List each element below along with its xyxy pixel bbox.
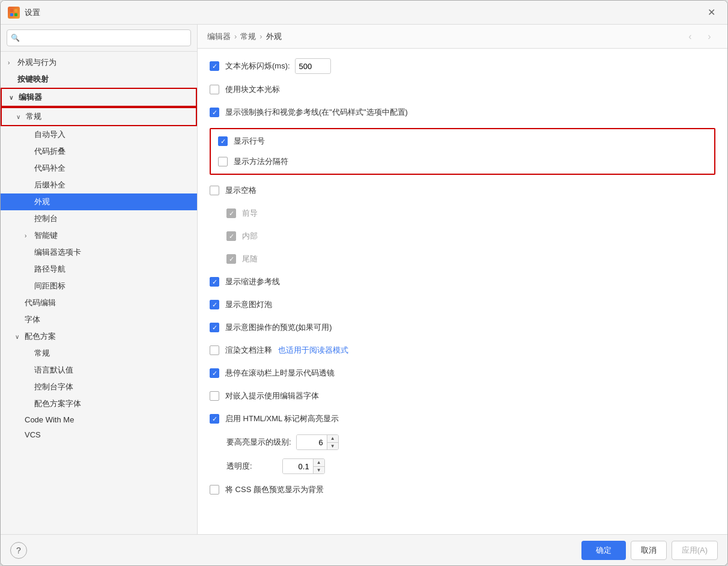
breadcrumb-part3: 外观 [266, 31, 282, 42]
label-code-lens: 悬停在滚动栏上时显示代码透镜 [225, 368, 335, 379]
label-line-numbers: 显示行号 [234, 136, 265, 147]
input-opacity[interactable] [283, 459, 313, 473]
spinbox-up-opacity[interactable]: ▲ [314, 459, 324, 467]
checkbox-block-caret[interactable] [210, 85, 219, 94]
spinbox-down-highlight[interactable]: ▼ [327, 443, 338, 450]
red-outline-section: 显示行号 显示方法分隔符 [210, 128, 715, 175]
sidebar-item-code-with-me[interactable]: Code With Me [1, 412, 197, 427]
sidebar-item-postfix[interactable]: 后缀补全 [1, 177, 197, 193]
sidebar-item-gutter-icons[interactable]: 间距图标 [1, 278, 197, 294]
label-css-color: 将 CSS 颜色预览显示为背景 [225, 484, 324, 495]
apply-button[interactable]: 应用(A) [672, 541, 718, 560]
sidebar-item-label: 编辑器选项卡 [34, 247, 81, 258]
setting-row-opacity: 透明度: ▲ ▼ [210, 458, 715, 474]
label-highlight-level: 要高亮显示的级别: [226, 437, 291, 448]
spinbox-buttons-highlight: ▲ ▼ [327, 435, 338, 449]
search-input[interactable] [7, 29, 191, 46]
label-intention-preview: 显示意图操作的预览(如果可用) [225, 322, 332, 333]
sidebar-item-label: 常规 [26, 111, 41, 122]
spinbox-up-highlight[interactable]: ▲ [327, 435, 338, 443]
checkbox-intention-bulb[interactable] [210, 300, 219, 309]
checkbox-intention-preview[interactable] [210, 323, 219, 332]
setting-row-block-caret: 使用块文本光标 [210, 82, 715, 97]
nav-back-button[interactable]: ‹ [682, 28, 699, 45]
svg-rect-2 [10, 13, 13, 16]
sidebar-item-label: 外观与行为 [17, 57, 56, 68]
spinbox-down-opacity[interactable]: ▼ [314, 467, 324, 474]
sidebar-item-keymap[interactable]: 按键映射 [1, 71, 197, 88]
breadcrumb-part2: 常规 [240, 31, 256, 42]
checkbox-render-doc[interactable] [210, 345, 219, 355]
checkbox-caret-blink[interactable] [210, 61, 219, 71]
label-opacity: 透明度: [226, 461, 252, 472]
arrow-icon: ∨ [9, 94, 15, 101]
checkbox-wrap-guides[interactable] [210, 108, 219, 117]
sidebar-item-label: 间距图标 [34, 281, 65, 291]
setting-row-intention-bulb: 显示意图灯泡 [210, 297, 715, 312]
checkbox-trailing[interactable] [226, 254, 236, 264]
sidebar-item-editor[interactable]: ∨ 编辑器 [1, 88, 197, 107]
cancel-button[interactable]: 取消 [631, 541, 667, 560]
setting-row-indent-guides: 显示缩进参考线 [210, 275, 715, 289]
sidebar-item-label: 按键映射 [17, 74, 49, 85]
checkbox-whitespace[interactable] [210, 186, 219, 195]
reader-mode-link[interactable]: 也适用于阅读器模式 [278, 345, 348, 356]
sidebar-item-lang-default[interactable]: 语言默认值 [1, 362, 197, 379]
sidebar-item-code-complete[interactable]: 代码补全 [1, 160, 197, 177]
sidebar-item-label: 智能键 [34, 230, 58, 241]
settings-content: 文本光标闪烁(ms): 使用块文本光标 显示强制换行和视觉参考线(在"代码样式"… [198, 49, 727, 534]
setting-row-render-doc: 渲染文档注释 也适用于阅读器模式 [210, 343, 715, 358]
sidebar-item-console-font[interactable]: 控制台字体 [1, 379, 197, 395]
sidebar-item-smart-keys[interactable]: › 智能键 [1, 227, 197, 244]
label-whitespace: 显示空格 [225, 185, 256, 196]
checkbox-inner[interactable] [226, 231, 236, 241]
setting-row-method-sep: 显示方法分隔符 [218, 154, 707, 169]
setting-row-inner: 内部 [210, 229, 715, 243]
close-button[interactable]: ✕ [702, 4, 720, 22]
label-wrap-guides: 显示强制换行和视觉参考线(在"代码样式"选项中配置) [225, 107, 408, 118]
sidebar-item-label: 编辑器 [19, 92, 42, 103]
setting-row-intention-preview: 显示意图操作的预览(如果可用) [210, 320, 715, 335]
sidebar-item-label: 外观 [34, 196, 50, 207]
title-bar-title: 设置 [25, 7, 702, 18]
sidebar-item-scheme-general[interactable]: 常规 [1, 345, 197, 362]
checkbox-editor-font[interactable] [210, 391, 219, 401]
sidebar-item-code-edit[interactable]: 代码编辑 [1, 294, 197, 311]
sidebar-item-scheme-font[interactable]: 配色方案字体 [1, 395, 197, 412]
label-block-caret: 使用块文本光标 [225, 84, 280, 95]
nav-buttons: ‹ › [682, 28, 718, 45]
checkbox-css-color[interactable] [210, 485, 219, 494]
setting-row-html-highlight: 启用 HTML/XML 标记树高亮显示 [210, 412, 715, 426]
checkbox-line-numbers[interactable] [218, 136, 228, 146]
label-render-doc: 渲染文档注释 [225, 345, 272, 356]
setting-row-line-numbers: 显示行号 [218, 134, 707, 148]
sidebar-item-editor-tabs[interactable]: 编辑器选项卡 [1, 244, 197, 261]
nav-forward-button[interactable]: › [701, 28, 718, 45]
sidebar-item-appearance-selected[interactable]: 外观 [1, 193, 197, 210]
arrow-icon: ∨ [16, 114, 22, 120]
sidebar-item-color-scheme[interactable]: ∨ 配色方案 [1, 328, 197, 345]
input-highlight-level[interactable] [297, 435, 327, 449]
label-trailing: 尾随 [242, 254, 258, 264]
sidebar-item-auto-import[interactable]: 自动导入 [1, 126, 197, 143]
sidebar-item-font[interactable]: 字体 [1, 311, 197, 328]
confirm-button[interactable]: 确定 [581, 541, 626, 560]
sidebar-item-label: VCS [25, 430, 41, 439]
sidebar-item-console[interactable]: 控制台 [1, 210, 197, 227]
sidebar-item-label: 代码编辑 [25, 297, 56, 308]
input-caret-blink[interactable] [295, 58, 331, 74]
help-button[interactable]: ? [10, 542, 27, 559]
sidebar-item-general[interactable]: ∨ 常规 [1, 107, 197, 126]
checkbox-leading[interactable] [226, 208, 236, 218]
sidebar-item-appearance-behavior[interactable]: › 外观与行为 [1, 54, 197, 71]
sidebar-item-code-fold[interactable]: 代码折叠 [1, 143, 197, 160]
label-method-sep: 显示方法分隔符 [234, 156, 288, 167]
checkbox-indent-guides[interactable] [210, 277, 219, 287]
checkbox-method-sep[interactable] [218, 157, 228, 166]
sidebar-tree: › 外观与行为 按键映射 ∨ 编辑器 [1, 52, 197, 534]
search-icon: 🔍 [11, 34, 20, 42]
checkbox-html-highlight[interactable] [210, 414, 219, 424]
checkbox-code-lens[interactable] [210, 368, 219, 378]
sidebar-item-path-nav[interactable]: 路径导航 [1, 261, 197, 278]
sidebar-item-vcs[interactable]: VCS [1, 427, 197, 442]
